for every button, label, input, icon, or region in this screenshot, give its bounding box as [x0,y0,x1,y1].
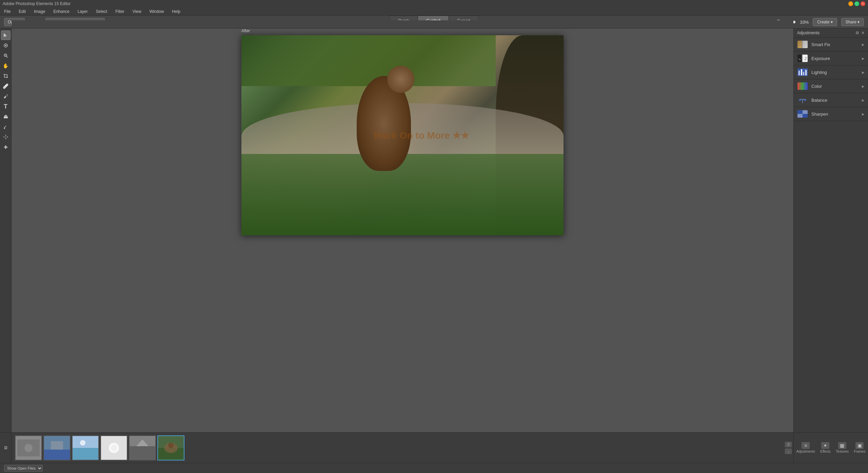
balance-arrow: ▶ [862,98,865,102]
effects-icon: ✦ [821,442,829,449]
tool-paint[interactable] [1,122,11,132]
menu-file[interactable]: File [3,8,12,15]
svg-marker-7 [4,115,7,117]
svg-line-3 [6,56,8,58]
sharpen-icon [797,110,808,118]
svg-rect-18 [44,450,70,460]
effects-tab[interactable]: ✦ Effects [819,441,832,455]
frames-tab-label: Frames [854,450,865,453]
textures-tab[interactable]: ▦ Textures [834,441,850,455]
status-bar: Show Open Files [0,463,868,473]
effects-tab-label: Effects [820,450,830,453]
smart-fix-label: Smart Fix [811,42,859,47]
balance-icon [797,96,808,104]
menu-view[interactable]: View [131,8,143,15]
tool-photo-bin[interactable]: 🖼 [1,443,11,453]
adjustment-smart-fix[interactable]: Smart Fix ▶ [794,38,868,52]
tool-healing[interactable]: 🩹 [1,81,11,91]
menubar: File Edit Image Enhance Layer Select Fil… [0,7,868,16]
color-arrow: ▶ [862,84,865,88]
panel-title: Adjustments [797,31,820,35]
lighting-icon [797,68,808,76]
tool-selection[interactable] [1,31,11,40]
share-button[interactable]: Share ▾ [841,18,864,26]
canvas-area: After ✕ Rock On to More ★★ [12,28,793,432]
adjustments-tab-label: Adjustments [796,450,815,453]
tool-eraser[interactable] [1,112,11,121]
menu-filter[interactable]: Filter [114,8,126,15]
panel-settings-icon[interactable]: ⚙ [855,31,859,35]
menu-enhance[interactable]: Enhance [52,8,71,15]
left-toolbar: ✋ 🩹 🖌 T ✚ [0,28,12,432]
right-panel: Adjustments ⚙ ✕ Smart Fix ▶ − + [793,28,868,432]
menu-layer[interactable]: Layer [76,8,89,15]
tool-text[interactable]: T [1,102,11,111]
svg-marker-10 [5,138,6,139]
show-open-files: Show Open Files [4,465,43,472]
menu-edit[interactable]: Edit [17,8,27,15]
menu-help[interactable]: Help [171,8,182,15]
adjustment-lighting[interactable]: Lighting ▶ [794,65,868,79]
menu-select[interactable]: Select [95,8,108,15]
maximize-button[interactable]: □ [854,1,859,6]
color-icon [797,82,808,90]
tool-view[interactable] [1,41,11,50]
window-controls[interactable]: – □ ✕ [848,1,865,6]
adjustments-tab[interactable]: ≡ Adjustments [795,441,816,455]
lighting-label: Lighting [811,70,859,75]
svg-rect-21 [73,436,98,448]
film-thumb-2[interactable] [43,435,71,460]
filmstrip-menu-button[interactable]: ☰ [785,442,792,447]
titlebar-title: Adobe Photoshop Elements 15 Editor [3,1,71,6]
squirrel-head [387,66,414,93]
svg-point-33 [168,443,174,448]
tool-move[interactable] [1,132,11,142]
tool-options-bar [12,20,793,28]
tool-hand[interactable]: ✋ [1,61,11,71]
film-thumb-4[interactable] [100,435,127,460]
bottom-toolbar: 🖼 [0,432,12,463]
tool-zoom[interactable] [1,51,11,60]
color-label: Color [811,84,859,89]
film-thumb-3[interactable] [72,435,99,460]
adjustment-exposure[interactable]: − + Exposure ▶ [794,52,868,65]
frames-tab[interactable]: ▣ Frames [852,441,867,455]
menu-image[interactable]: Image [33,8,46,15]
film-thumb-5[interactable] [129,435,156,460]
svg-rect-19 [51,441,63,450]
adjustment-sharpen[interactable]: Sharpen ▶ [794,107,868,121]
filmstrip-bar [12,432,868,463]
panel-collapse-icon[interactable]: ✕ [861,31,865,35]
tool-custom[interactable]: ✚ [1,142,11,152]
smart-fix-arrow: ▶ [862,43,865,46]
exposure-icon: − + [797,54,808,62]
exposure-arrow: ▶ [862,57,865,60]
lighting-arrow: ▶ [862,71,865,74]
tool-brush[interactable]: 🖌 [1,92,11,101]
balance-label: Balance [811,98,859,103]
foliage-layer [241,35,496,86]
sharpen-arrow: ▶ [862,112,865,116]
svg-point-26 [111,445,117,451]
filmstrip-controls: ☰ ⌄ [783,432,793,463]
svg-marker-11 [3,136,4,138]
tool-crop[interactable] [1,71,11,81]
film-thumb-6[interactable] [157,435,184,460]
create-button[interactable]: Create ▾ [813,18,837,26]
svg-point-23 [80,440,85,446]
adjustments-icon: ≡ [802,442,810,449]
adjustment-balance[interactable]: Balance ▶ [794,93,868,107]
adjustment-color[interactable]: Color ▶ [794,79,868,93]
minimize-button[interactable]: – [848,1,853,6]
svg-point-16 [24,444,33,452]
svg-rect-22 [73,448,98,460]
svg-marker-12 [7,136,8,138]
menu-window[interactable]: Window [148,8,165,15]
film-thumb-1[interactable] [15,435,42,460]
textures-tab-label: Textures [836,450,849,453]
bottom-action-bar [12,432,15,463]
filmstrip-expand-button[interactable]: ⌄ [785,449,792,454]
close-button[interactable]: ✕ [861,1,865,6]
titlebar: Adobe Photoshop Elements 15 Editor – □ ✕ [0,0,868,7]
show-open-files-select[interactable]: Show Open Files [4,465,43,472]
